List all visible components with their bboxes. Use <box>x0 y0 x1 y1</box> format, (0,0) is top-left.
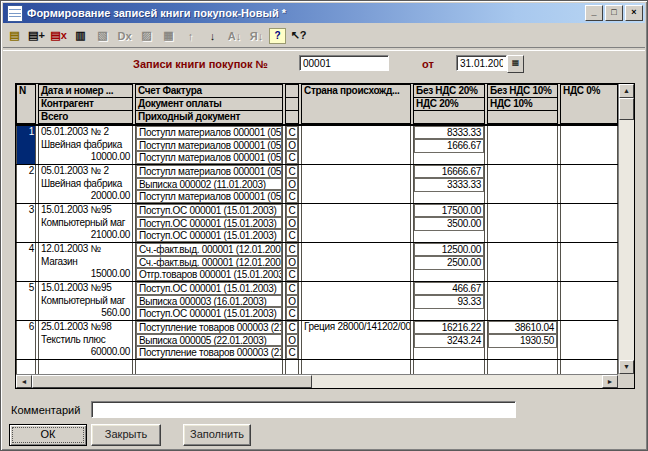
row-number-cell[interactable]: 3 <box>16 204 36 242</box>
row-number-cell[interactable]: 5 <box>16 282 36 320</box>
flags-cell[interactable]: С О С <box>285 126 299 164</box>
flags-cell[interactable]: С О С <box>285 165 299 203</box>
vertical-scroll-thumb[interactable] <box>619 98 634 120</box>
insert-row-icon[interactable]: ▤ <box>5 27 24 45</box>
vat10-cell[interactable] <box>487 126 558 164</box>
doc-info-cell[interactable]: 15.01.2003 №95 Компьютерный маг 560.00 <box>38 282 133 320</box>
calendar-icon[interactable]: ▦ <box>507 55 524 73</box>
vat20-cell[interactable]: 16666.67 3333.33 <box>413 165 485 203</box>
documents-cell[interactable]: Поступление товаров 000003 (21 Выписка 0… <box>135 321 283 359</box>
vat20-cell[interactable]: 466.67 93.33 <box>413 282 485 320</box>
country-cell[interactable] <box>301 282 411 320</box>
maximize-button[interactable]: □ <box>605 5 623 21</box>
comment-input[interactable] <box>91 401 516 418</box>
vat0-cell[interactable] <box>560 321 618 359</box>
record-number-input[interactable] <box>299 55 389 71</box>
minimize-button[interactable]: _ <box>585 5 603 21</box>
row-number-cell[interactable]: 2 <box>16 165 36 203</box>
country-cell[interactable] <box>301 204 411 242</box>
window-title: Формирование записей книги покупок-Новый… <box>27 7 585 19</box>
scrollbar-corner <box>618 374 634 388</box>
row-number-cell[interactable]: 6 <box>16 321 36 359</box>
flags-cell[interactable]: С О С <box>285 243 299 281</box>
from-label: от <box>422 58 434 70</box>
col-header-vat10: Без НДС 10% НДС 10% <box>487 84 558 124</box>
flags-cell[interactable]: С О С <box>285 282 299 320</box>
flags-cell[interactable]: С О С <box>285 204 299 242</box>
vat0-cell[interactable] <box>560 165 618 203</box>
vat20-cell[interactable]: 17500.00 3500.00 <box>413 204 485 242</box>
documents-cell[interactable]: Поступ.ОС 000001 (15.01.2003) Поступ.ОС … <box>135 204 283 242</box>
documents-cell[interactable]: Сч.-факт.выд. 000001 (12.01.2003) Сч.-фа… <box>135 243 283 281</box>
contractor: Швейная фабрика <box>39 139 132 152</box>
ok-button[interactable]: ОК <box>9 424 87 446</box>
add-row-icon[interactable]: ▤+ <box>27 27 46 45</box>
vat10-cell[interactable]: 38610.04 1930.50 <box>487 321 558 359</box>
row-number-cell[interactable]: 4 <box>16 243 36 281</box>
date-number: 05.01.2003 № 2 <box>39 126 132 139</box>
country-cell[interactable] <box>301 126 411 164</box>
records-number-label: Записи книги покупок № <box>133 58 268 70</box>
vat0-cell[interactable] <box>560 243 618 281</box>
vat10-cell[interactable] <box>487 165 558 203</box>
horizontal-scrollbar[interactable]: ◄ ► <box>16 374 618 388</box>
table-empty-area <box>16 359 618 374</box>
country-cell[interactable] <box>301 243 411 281</box>
col-header-documents: Счет Фактура Документ оплаты Приходный д… <box>135 84 283 124</box>
invoice-doc: Поступл материалов 000001 (05.0 <box>136 126 282 139</box>
doc-info-cell[interactable]: 05.01.2003 № 2 Швейная фабрика 20000.00 <box>38 165 133 203</box>
total: 10000.00 <box>39 151 132 164</box>
vat0-cell[interactable] <box>560 204 618 242</box>
vat10-cell[interactable] <box>487 204 558 242</box>
horizontal-scroll-thumb[interactable] <box>32 375 312 388</box>
table-row: 2 05.01.2003 № 2 Швейная фабрика 20000.0… <box>16 164 618 203</box>
doc-info-cell[interactable]: 12.01.2003 № Магазин 15000.00 <box>38 243 133 281</box>
title-bar: Формирование записей книги покупок-Новый… <box>3 3 645 23</box>
vat20-cell[interactable]: 8333.33 1666.67 <box>413 126 485 164</box>
vat0-cell[interactable] <box>560 282 618 320</box>
sort-desc-icon[interactable]: Я↓ <box>247 27 266 45</box>
documents-cell[interactable]: Поступ.ОС 000001 (15.01.2003) Выписка 00… <box>135 282 283 320</box>
vertical-scroll-track[interactable] <box>619 120 634 360</box>
documents-cell[interactable]: Поступл материалов 000001 (05.0 Выписка … <box>135 165 283 203</box>
flags-cell[interactable]: С О С <box>285 321 299 359</box>
help-icon[interactable]: ? <box>269 28 286 44</box>
close-button[interactable]: × <box>625 5 643 21</box>
context-help-icon[interactable]: ↖? <box>289 27 308 45</box>
doc-info-cell[interactable]: 15.01.2003 №95 Компьютерный маг 21000.00 <box>38 204 133 242</box>
vat20-cell[interactable]: 16216.22 3243.24 <box>413 321 485 359</box>
doc-info-cell[interactable]: 05.01.2003 № 2 Швейная фабрика 10000.00 <box>38 126 133 164</box>
delete-row-icon[interactable]: ▤x <box>49 27 68 45</box>
app-icon <box>7 5 23 22</box>
country-cell[interactable]: Греция 28000/141202/00 <box>301 321 411 359</box>
edit-row-icon[interactable]: ▨ <box>137 27 156 45</box>
vat0-cell[interactable] <box>560 126 618 164</box>
doc-info-cell[interactable]: 25.01.2003 №98 Текстиль плюс 60000.00 <box>38 321 133 359</box>
copy-row-icon[interactable]: ▥ <box>71 27 90 45</box>
move-down-icon[interactable]: ↓ <box>203 27 222 45</box>
country-cell[interactable] <box>301 165 411 203</box>
date-input[interactable] <box>456 55 507 71</box>
table-settings-icon[interactable]: ▦ <box>159 27 178 45</box>
vertical-scrollbar[interactable]: ▲ ▼ <box>618 84 634 374</box>
table-row: 3 15.01.2003 №95 Компьютерный маг 21000.… <box>16 203 618 242</box>
documents-cell[interactable]: Поступл материалов 000001 (05.0 Поступл … <box>135 126 283 164</box>
delete-mark-icon[interactable]: Dx <box>115 27 134 45</box>
sort-asc-icon[interactable]: А↓ <box>225 27 244 45</box>
toolbar: ▤ ▤+ ▤x ▥ ▧ Dx ▨ ▦ ↑ ↓ А↓ Я↓ ? ↖? <box>5 25 308 46</box>
move-row-icon[interactable]: ▧ <box>93 27 112 45</box>
receipt-doc: Поступл материалов 000001 (05.0 <box>136 151 282 164</box>
vat10-cell[interactable] <box>487 243 558 281</box>
vat10-cell[interactable] <box>487 282 558 320</box>
scroll-left-icon[interactable]: ◄ <box>16 375 32 388</box>
scroll-up-icon[interactable]: ▲ <box>619 84 634 98</box>
fill-button[interactable]: Заполнить <box>183 424 251 446</box>
horizontal-scroll-track[interactable] <box>312 375 602 388</box>
vat20-cell[interactable]: 12500.00 2500.00 <box>413 243 485 281</box>
scroll-right-icon[interactable]: ► <box>602 375 618 388</box>
move-up-icon[interactable]: ↑ <box>181 27 200 45</box>
row-number-cell[interactable]: 1 <box>16 126 36 164</box>
col-header-n: N <box>16 84 36 124</box>
scroll-down-icon[interactable]: ▼ <box>619 360 634 374</box>
close-form-button[interactable]: Закрыть <box>91 424 161 446</box>
